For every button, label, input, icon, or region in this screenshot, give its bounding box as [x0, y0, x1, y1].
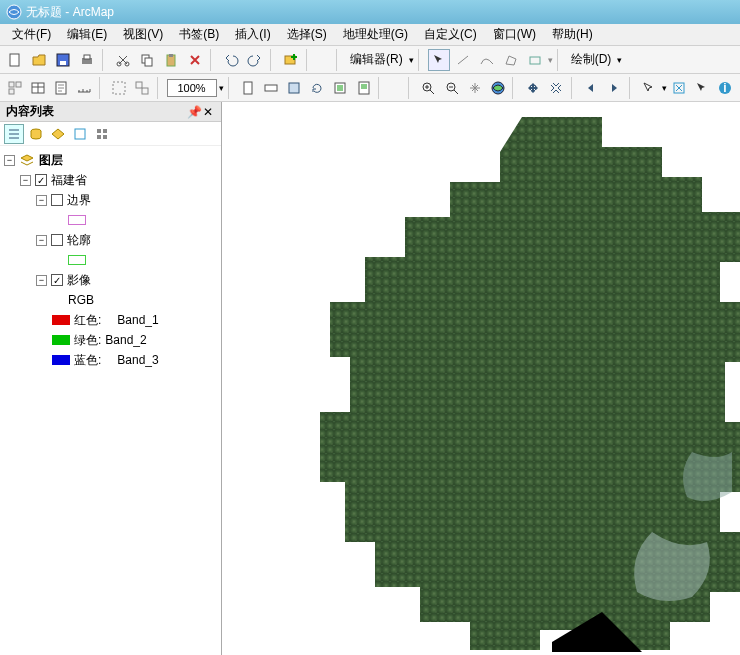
layers-icon [19, 153, 35, 167]
checkbox-icon[interactable] [51, 194, 63, 206]
map-view[interactable] [222, 102, 740, 655]
checkbox-checked-icon[interactable]: ✓ [35, 174, 47, 186]
fixed-zoom-in-button[interactable] [522, 77, 543, 99]
layer-props-button[interactable] [4, 77, 25, 99]
tree-root[interactable]: − 图层 [4, 150, 217, 170]
reports-button[interactable] [50, 77, 71, 99]
dropdown-arrow-icon[interactable]: ▾ [219, 83, 224, 93]
separator [157, 77, 163, 99]
menu-geoprocessing[interactable]: 地理处理(G) [337, 24, 414, 45]
list-by-visibility-button[interactable] [48, 124, 68, 144]
refresh-button[interactable] [307, 77, 328, 99]
edit-pointer-button[interactable] [428, 49, 450, 71]
menu-help[interactable]: 帮助(H) [546, 24, 599, 45]
next-extent-button[interactable] [603, 77, 624, 99]
dropdown-arrow-icon[interactable]: ▾ [548, 55, 553, 65]
checkbox-checked-icon[interactable]: ✓ [51, 274, 63, 286]
menu-insert[interactable]: 插入(I) [229, 24, 276, 45]
table-button[interactable] [27, 77, 48, 99]
symbol-swatch[interactable] [68, 255, 86, 265]
separator [512, 77, 518, 99]
edit-trace-button[interactable] [476, 49, 498, 71]
list-by-drawing-order-button[interactable] [4, 124, 24, 144]
full-extent-button[interactable] [487, 77, 508, 99]
edit-line-button[interactable] [452, 49, 474, 71]
menu-customize[interactable]: 自定义(C) [418, 24, 483, 45]
list-by-source-button[interactable] [26, 124, 46, 144]
expand-icon[interactable]: − [20, 175, 31, 186]
symbol-swatch[interactable] [68, 215, 86, 225]
group-button[interactable] [108, 77, 129, 99]
tree-layer[interactable]: − 边界 [4, 190, 217, 210]
add-data-button[interactable] [280, 49, 302, 71]
data-view-button[interactable] [330, 77, 351, 99]
draw-menu-label[interactable]: 绘制(D) [567, 51, 616, 68]
identify-button[interactable]: i [715, 77, 736, 99]
undo-button[interactable] [220, 49, 242, 71]
layout-view-button[interactable] [353, 77, 374, 99]
options-button[interactable] [92, 124, 112, 144]
clear-selection-button[interactable] [669, 77, 690, 99]
zoom-out-button[interactable] [441, 77, 462, 99]
expand-icon[interactable]: − [4, 155, 15, 166]
pin-icon[interactable]: 📌 [187, 105, 201, 119]
scale-button[interactable] [73, 77, 94, 99]
toc-button-row [0, 122, 221, 146]
menu-view[interactable]: 视图(V) [117, 24, 169, 45]
prev-extent-button[interactable] [580, 77, 601, 99]
edit-polygon-button[interactable] [500, 49, 522, 71]
print-button[interactable] [76, 49, 98, 71]
menu-bookmarks[interactable]: 书签(B) [173, 24, 225, 45]
pan-button[interactable] [464, 77, 485, 99]
band-row: 绿色: Band_2 [4, 330, 217, 350]
menu-edit[interactable]: 编辑(E) [61, 24, 113, 45]
svg-rect-1 [10, 54, 19, 66]
save-button[interactable] [52, 49, 74, 71]
paste-button[interactable] [160, 49, 182, 71]
editor-menu-label[interactable]: 编辑器(R) [346, 51, 407, 68]
dropdown-arrow-icon[interactable]: ▾ [617, 55, 622, 65]
zoom-input[interactable] [167, 79, 217, 97]
zoom-in-button[interactable] [418, 77, 439, 99]
open-button[interactable] [28, 49, 50, 71]
toc-title: 内容列表 [6, 103, 187, 120]
checkbox-icon[interactable] [51, 234, 63, 246]
tree-group[interactable]: − ✓ 福建省 [4, 170, 217, 190]
svg-rect-16 [9, 89, 14, 94]
menu-windows[interactable]: 窗口(W) [487, 24, 542, 45]
delete-button[interactable] [184, 49, 206, 71]
layer-label: 边界 [67, 192, 91, 209]
copy-button[interactable] [136, 49, 158, 71]
edit-rect-button[interactable] [524, 49, 546, 71]
dropdown-arrow-icon[interactable]: ▾ [662, 83, 667, 93]
ungroup-button[interactable] [132, 77, 153, 99]
band-name: Band_2 [105, 333, 146, 347]
expand-icon[interactable]: − [36, 235, 47, 246]
new-doc-button[interactable] [4, 49, 26, 71]
list-by-selection-button[interactable] [70, 124, 90, 144]
tree-layer[interactable]: − ✓ 影像 [4, 270, 217, 290]
band-color-label: 红色: [74, 312, 101, 329]
separator [408, 77, 414, 99]
redo-button[interactable] [244, 49, 266, 71]
tree-root-label: 图层 [39, 152, 63, 169]
select-elements-button[interactable] [692, 77, 713, 99]
zoom-page-button[interactable] [237, 77, 258, 99]
dropdown-arrow-icon[interactable]: ▾ [409, 55, 414, 65]
select-features-button[interactable] [638, 77, 659, 99]
expand-icon[interactable]: − [36, 195, 47, 206]
menu-file[interactable]: 文件(F) [6, 24, 57, 45]
fixed-zoom-out-button[interactable] [545, 77, 566, 99]
close-icon[interactable]: ✕ [201, 105, 215, 119]
layout-toggle-button[interactable] [284, 77, 305, 99]
zoom-width-button[interactable] [260, 77, 281, 99]
band-color-label: 蓝色: [74, 352, 101, 369]
svg-rect-36 [75, 129, 85, 139]
menu-selection[interactable]: 选择(S) [281, 24, 333, 45]
svg-rect-26 [337, 85, 343, 91]
cut-button[interactable] [112, 49, 134, 71]
tree-layer[interactable]: − 轮廓 [4, 230, 217, 250]
svg-rect-22 [244, 82, 252, 94]
band-name: Band_1 [117, 313, 158, 327]
expand-icon[interactable]: − [36, 275, 47, 286]
